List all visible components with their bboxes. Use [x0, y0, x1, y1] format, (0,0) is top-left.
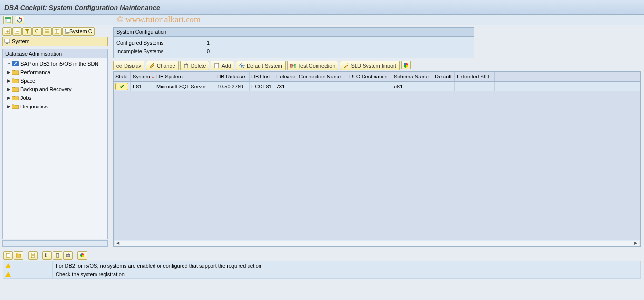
button-label: Add	[221, 63, 231, 68]
svg-rect-43	[6, 253, 10, 257]
folder-icon	[12, 70, 19, 75]
col-dbsystem[interactable]: DB System	[154, 72, 215, 81]
col-connection[interactable]: Connection Name	[297, 72, 347, 81]
cell-release: 731	[274, 82, 297, 91]
col-dbrelease[interactable]: DB Release	[215, 72, 250, 81]
scroll-left-icon[interactable]: ◀	[115, 241, 121, 246]
main-area: System Configuration Configured Systems …	[110, 25, 644, 249]
tree-system-c-button[interactable]: System C	[62, 27, 95, 36]
message-row[interactable]: For DB2 for i5/OS, no systems are enable…	[3, 261, 641, 270]
incomplete-row: Incomplete Systems 0	[116, 47, 471, 56]
collapse-icon[interactable]	[12, 27, 22, 36]
message-text: Check the system registration	[53, 270, 641, 278]
message-area: For DB2 for i5/OS, no systems are enable…	[0, 249, 644, 294]
expand-icon[interactable]	[2, 27, 12, 36]
cell-dbsystem: Microsoft SQL Server	[154, 82, 215, 91]
svg-point-3	[20, 18, 22, 19]
svg-point-29	[241, 65, 243, 67]
button-label: Display	[124, 63, 141, 68]
col-rfc[interactable]: RFC Destination	[347, 72, 392, 81]
tree-item-performance[interactable]: ▶ Performance	[3, 68, 107, 77]
svg-rect-49	[66, 254, 70, 257]
new-doc-icon	[214, 63, 220, 68]
svg-rect-38	[290, 64, 292, 67]
tree-item-sdn[interactable]: • ↗ SAP on DB2 for i5/OS in the SDN	[3, 59, 107, 68]
scroll-right-icon[interactable]: ▶	[633, 241, 639, 246]
system-selector[interactable]: System	[2, 37, 108, 46]
col-state[interactable]: State	[114, 72, 131, 81]
tree-menu-icon[interactable]	[42, 27, 52, 36]
button-label: Test Connection	[298, 63, 336, 68]
cell-connection	[297, 82, 347, 91]
svg-rect-47	[56, 254, 59, 257]
panel-title: System Configuration	[114, 28, 474, 37]
col-extsid[interactable]: Extended SID	[455, 72, 495, 81]
add-button[interactable]: Add	[211, 61, 234, 70]
grid-body: ✔ E81 Microsoft SQL Server 10.50.2769 EC…	[114, 82, 640, 240]
col-dbhost[interactable]: DB Host	[250, 72, 274, 81]
table-row[interactable]: ✔ E81 Microsoft SQL Server 10.50.2769 EC…	[114, 82, 640, 91]
incomplete-label: Incomplete Systems	[116, 48, 207, 54]
tree-view-icon[interactable]	[52, 27, 62, 36]
default-system-button[interactable]: Default System	[236, 61, 286, 70]
message-list: For DB2 for i5/OS, no systems are enable…	[3, 261, 641, 279]
folder-icon	[12, 96, 19, 100]
col-release[interactable]: Release	[274, 72, 297, 81]
svg-rect-2	[5, 19, 7, 23]
message-row[interactable]: Check the system registration	[3, 270, 641, 279]
tree-item-space[interactable]: ▶ Space	[3, 77, 107, 85]
msg-new-icon[interactable]	[3, 251, 13, 260]
tree-scrollbar[interactable]	[2, 240, 108, 247]
tree-find-icon[interactable]	[32, 27, 42, 36]
col-default[interactable]: Default	[433, 72, 455, 81]
configured-row: Configured Systems 1	[116, 39, 471, 47]
systems-grid: State System▲ DB System DB Release DB Ho…	[113, 71, 641, 247]
svg-line-34	[240, 64, 241, 65]
tree-filter-icon[interactable]	[22, 27, 32, 36]
expand-arrow-icon: ▶	[7, 104, 11, 109]
msg-doc-icon[interactable]	[28, 251, 38, 260]
refresh-icon[interactable]	[15, 16, 24, 24]
grid-header: State System▲ DB System DB Release DB Ho…	[114, 72, 640, 82]
expand-arrow-icon: ▶	[7, 87, 11, 92]
navigation-pane: System C System Database Administration …	[0, 25, 110, 249]
tree-item-backup[interactable]: ▶ Backup and Recovery	[3, 85, 107, 94]
color-legend-button[interactable]	[401, 61, 411, 69]
tree-item-jobs[interactable]: ▶ Jobs	[3, 94, 107, 102]
watermark: © www.tutorialkart.com	[117, 15, 201, 25]
scroll-track[interactable]	[121, 241, 633, 246]
msg-print-icon[interactable]	[63, 251, 73, 260]
msg-delete-icon[interactable]	[53, 251, 62, 260]
col-system[interactable]: System▲	[131, 72, 154, 81]
configured-value: 1	[207, 40, 210, 46]
configured-label: Configured Systems	[116, 40, 207, 46]
msg-phone-icon[interactable]	[42, 251, 52, 260]
delete-button[interactable]: Delete	[180, 61, 210, 70]
glasses-icon	[116, 63, 122, 68]
svg-rect-14	[55, 29, 59, 33]
change-button[interactable]: Change	[146, 61, 179, 70]
tree-item-label: Space	[20, 78, 35, 84]
sort-indicator-icon: ▲	[151, 75, 154, 78]
tree-item-label: SAP on DB2 for i5/OS in the SDN	[20, 61, 98, 67]
application-toolbar: © www.tutorialkart.com	[0, 15, 644, 25]
cell-extsid	[455, 82, 495, 91]
display-button[interactable]: Display	[113, 61, 144, 70]
cell-state: ✔	[114, 82, 131, 91]
svg-rect-17	[66, 29, 69, 32]
folder-icon	[12, 87, 19, 92]
test-connection-button[interactable]: Test Connection	[287, 61, 339, 70]
tree-system-c-label: System C	[69, 29, 92, 34]
layout-icon[interactable]	[3, 16, 13, 24]
grid-scrollbar[interactable]: ◀ ▶	[114, 240, 640, 246]
svg-rect-39	[294, 64, 296, 67]
expand-arrow-icon: ▶	[7, 96, 11, 100]
cell-rfc	[347, 82, 392, 91]
msg-legend-icon[interactable]	[77, 251, 87, 260]
svg-rect-28	[215, 63, 219, 68]
bullet-icon: •	[7, 61, 11, 66]
col-schema[interactable]: Schema Name	[392, 72, 433, 81]
tree-item-diagnostics[interactable]: ▶ Diagnostics	[3, 102, 107, 111]
msg-open-icon[interactable]	[14, 251, 23, 260]
sld-import-button[interactable]: SLD System Import	[340, 61, 399, 70]
